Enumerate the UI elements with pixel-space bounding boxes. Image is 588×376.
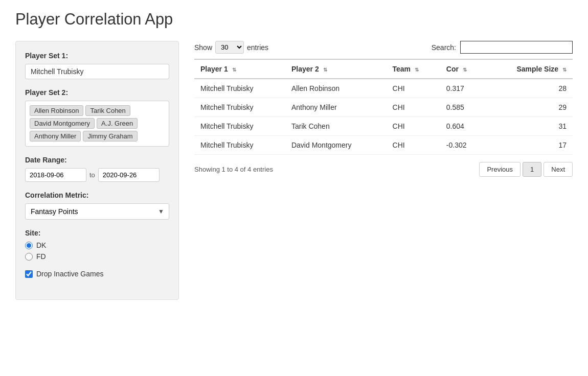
search-label: Search:: [432, 43, 456, 52]
cell-team: CHI: [387, 79, 440, 98]
cell-cor: 0.604: [440, 117, 486, 136]
col-header-player2[interactable]: Player 2 ⇅: [285, 59, 387, 79]
site-label: Site:: [25, 229, 169, 237]
player-tag: Allen Robinson: [30, 105, 83, 116]
site-fd-radio[interactable]: [25, 253, 33, 261]
site-fd-label: FD: [36, 252, 46, 261]
drop-inactive-block: Drop Inactive Games: [25, 270, 169, 278]
sort-player1-icon: ⇅: [232, 67, 236, 73]
col-cor-label: Cor: [446, 65, 459, 73]
col-team-label: Team: [393, 65, 411, 73]
left-panel: Player Set 1: Player Set 2: Allen Robins…: [15, 41, 179, 300]
search-area: Search:: [432, 41, 573, 54]
player-set-2-label: Player Set 2:: [25, 88, 169, 97]
player-tag: A.J. Green: [97, 118, 138, 129]
page-1-button[interactable]: 1: [523, 162, 541, 177]
col-header-team[interactable]: Team ⇅: [387, 59, 440, 79]
sort-player2-icon: ⇅: [323, 67, 327, 73]
player-tag: Anthony Miller: [30, 131, 81, 142]
cell-player1: Mitchell Trubisky: [194, 136, 285, 155]
cell-player1: Mitchell Trubisky: [194, 79, 285, 98]
cell-sample-size: 31: [486, 117, 573, 136]
cell-player1: Mitchell Trubisky: [194, 98, 285, 117]
table-row: Mitchell Trubisky Allen Robinson CHI 0.3…: [194, 79, 573, 98]
cell-sample-size: 29: [486, 98, 573, 117]
site-radio-group: DK FD: [25, 241, 169, 261]
player-set-1-block: Player Set 1:: [25, 52, 169, 79]
cell-cor: 0.317: [440, 79, 486, 98]
correlation-metric-select[interactable]: Fantasy PointsDK PointsFD Points: [25, 203, 169, 220]
player-set-2-tags[interactable]: Allen RobinsonTarik CohenDavid Montgomer…: [25, 101, 169, 147]
cell-sample-size: 28: [486, 79, 573, 98]
player-tag: Tarik Cohen: [85, 105, 130, 116]
cell-player2: David Montgomery: [285, 136, 387, 155]
table-header-row: Player 1 ⇅ Player 2 ⇅ Team ⇅ Cor ⇅: [194, 59, 573, 79]
cell-player1: Mitchell Trubisky: [194, 117, 285, 136]
show-entries-control: Show 10253050100 entries: [194, 41, 268, 54]
main-layout: Player Set 1: Player Set 2: Allen Robins…: [15, 41, 573, 300]
table-controls-top: Show 10253050100 entries Search:: [194, 41, 573, 54]
site-fd-option[interactable]: FD: [25, 252, 169, 261]
correlation-metric-select-wrap[interactable]: Fantasy PointsDK PointsFD Points ▼: [25, 203, 169, 220]
right-panel: Show 10253050100 entries Search: Player …: [194, 41, 573, 177]
col-sample-size-label: Sample Size: [516, 65, 558, 73]
table-bottom: Showing 1 to 4 of 4 entries Previous 1 N…: [194, 162, 573, 177]
site-block: Site: DK FD: [25, 229, 169, 261]
drop-inactive-checkbox[interactable]: [25, 270, 33, 278]
date-from-input[interactable]: [25, 168, 86, 182]
cell-player2: Allen Robinson: [285, 79, 387, 98]
cell-team: CHI: [387, 117, 440, 136]
previous-button[interactable]: Previous: [479, 162, 521, 177]
player-set-2-block: Player Set 2: Allen RobinsonTarik CohenD…: [25, 88, 169, 147]
sort-cor-icon: ⇅: [463, 67, 467, 73]
table-row: Mitchell Trubisky Tarik Cohen CHI 0.604 …: [194, 117, 573, 136]
date-separator: to: [89, 171, 95, 179]
player-tag: Jimmy Graham: [83, 131, 137, 142]
entries-count-select[interactable]: 10253050100: [215, 41, 244, 54]
pagination: Previous 1 Next: [479, 162, 573, 177]
app-title: Player Correlation App: [15, 10, 573, 29]
cell-cor: -0.302: [440, 136, 486, 155]
cell-player2: Tarik Cohen: [285, 117, 387, 136]
player-set-1-input[interactable]: [25, 64, 169, 79]
correlation-metric-label: Correlation Metric:: [25, 191, 169, 199]
cell-player2: Anthony Miller: [285, 98, 387, 117]
player-set-1-label: Player Set 1:: [25, 52, 169, 60]
date-range-block: Date Range: to: [25, 156, 169, 182]
cell-team: CHI: [387, 136, 440, 155]
entries-label: entries: [247, 43, 268, 52]
col-player2-label: Player 2: [291, 65, 319, 73]
site-dk-radio[interactable]: [25, 242, 33, 249]
site-dk-label: DK: [36, 241, 46, 249]
player-tag: David Montgomery: [30, 118, 95, 129]
date-to-input[interactable]: [98, 168, 160, 182]
show-label: Show: [194, 43, 212, 52]
sort-sample-size-icon: ⇅: [562, 67, 567, 73]
date-range-label: Date Range:: [25, 156, 169, 164]
col-player1-label: Player 1: [200, 65, 228, 73]
cell-cor: 0.585: [440, 98, 486, 117]
sort-team-icon: ⇅: [415, 67, 419, 73]
showing-text: Showing 1 to 4 of 4 entries: [194, 166, 273, 173]
cell-team: CHI: [387, 98, 440, 117]
table-row: Mitchell Trubisky Anthony Miller CHI 0.5…: [194, 98, 573, 117]
site-dk-option[interactable]: DK: [25, 241, 169, 249]
col-header-sample-size[interactable]: Sample Size ⇅: [486, 59, 573, 79]
drop-inactive-label: Drop Inactive Games: [36, 270, 104, 278]
col-header-player1[interactable]: Player 1 ⇅: [194, 59, 285, 79]
cell-sample-size: 17: [486, 136, 573, 155]
table-body: Mitchell Trubisky Allen Robinson CHI 0.3…: [194, 79, 573, 155]
table-row: Mitchell Trubisky David Montgomery CHI -…: [194, 136, 573, 155]
next-button[interactable]: Next: [544, 162, 573, 177]
date-range-row: to: [25, 168, 169, 182]
drop-inactive-option[interactable]: Drop Inactive Games: [25, 270, 169, 278]
col-header-cor[interactable]: Cor ⇅: [440, 59, 486, 79]
data-table: Player 1 ⇅ Player 2 ⇅ Team ⇅ Cor ⇅: [194, 59, 573, 155]
correlation-metric-block: Correlation Metric: Fantasy PointsDK Poi…: [25, 191, 169, 220]
search-input[interactable]: [460, 41, 573, 54]
